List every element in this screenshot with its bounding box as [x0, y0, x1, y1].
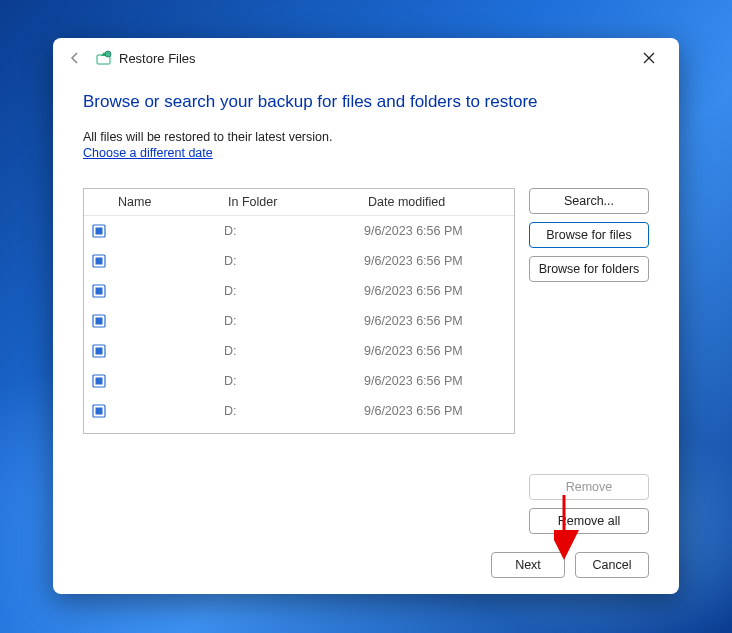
cancel-button[interactable]: Cancel	[575, 552, 649, 578]
footer: Next Cancel	[83, 534, 649, 578]
column-name[interactable]: Name	[114, 195, 228, 209]
side-buttons: Search... Browse for files Browse for fo…	[529, 188, 649, 534]
file-list[interactable]: Name In Folder Date modified D:9/6/2023 …	[83, 188, 515, 434]
table-row[interactable]: D:9/6/2023 6:56 PM	[84, 306, 514, 336]
remove-button: Remove	[529, 474, 649, 500]
titlebar: Restore Files	[53, 38, 679, 78]
row-date: 9/6/2023 6:56 PM	[364, 374, 514, 388]
browse-folders-button[interactable]: Browse for folders	[529, 256, 649, 282]
table-row[interactable]: D:9/6/2023 6:56 PM	[84, 396, 514, 426]
remove-all-button[interactable]: Remove all	[529, 508, 649, 534]
row-date: 9/6/2023 6:56 PM	[364, 314, 514, 328]
content-area: Browse or search your backup for files a…	[53, 78, 679, 594]
table-row[interactable]: D:9/6/2023 6:56 PM	[84, 336, 514, 366]
svg-rect-5	[96, 258, 103, 265]
table-row[interactable]: D:9/6/2023 6:56 PM	[84, 276, 514, 306]
row-folder: D:	[224, 224, 364, 238]
svg-rect-7	[96, 288, 103, 295]
row-date: 9/6/2023 6:56 PM	[364, 254, 514, 268]
list-header: Name In Folder Date modified	[84, 189, 514, 216]
row-folder: D:	[224, 404, 364, 418]
row-folder: D:	[224, 344, 364, 358]
column-folder[interactable]: In Folder	[228, 195, 368, 209]
list-body[interactable]: D:9/6/2023 6:56 PMD:9/6/2023 6:56 PMD:9/…	[84, 216, 514, 432]
row-date: 9/6/2023 6:56 PM	[364, 284, 514, 298]
restore-files-dialog: Restore Files Browse or search your back…	[53, 38, 679, 594]
close-button[interactable]	[627, 43, 671, 73]
row-folder: D:	[224, 284, 364, 298]
choose-date-link[interactable]: Choose a different date	[83, 146, 649, 160]
svg-rect-13	[96, 378, 103, 385]
row-date: 9/6/2023 6:56 PM	[364, 344, 514, 358]
svg-rect-9	[96, 318, 103, 325]
image-file-icon	[84, 374, 114, 388]
column-date[interactable]: Date modified	[368, 195, 514, 209]
svg-rect-3	[96, 228, 103, 235]
page-heading: Browse or search your backup for files a…	[83, 92, 649, 112]
table-row[interactable]: D:9/6/2023 6:56 PM	[84, 216, 514, 246]
browse-files-button[interactable]: Browse for files	[529, 222, 649, 248]
search-button[interactable]: Search...	[529, 188, 649, 214]
row-date: 9/6/2023 6:56 PM	[364, 404, 514, 418]
image-file-icon	[84, 224, 114, 238]
middle-panel: Name In Folder Date modified D:9/6/2023 …	[83, 188, 649, 534]
svg-point-1	[105, 51, 111, 57]
table-row[interactable]: D:9/6/2023 6:56 PM	[84, 366, 514, 396]
image-file-icon	[84, 284, 114, 298]
image-file-icon	[84, 314, 114, 328]
image-file-icon	[84, 254, 114, 268]
image-file-icon	[84, 344, 114, 358]
restore-files-icon	[95, 49, 113, 67]
image-file-icon	[84, 404, 114, 418]
window-title: Restore Files	[119, 51, 196, 66]
row-folder: D:	[224, 374, 364, 388]
row-date: 9/6/2023 6:56 PM	[364, 224, 514, 238]
version-note: All files will be restored to their late…	[83, 130, 649, 144]
svg-rect-15	[96, 408, 103, 415]
row-folder: D:	[224, 314, 364, 328]
table-row[interactable]: D:9/6/2023 6:56 PM	[84, 246, 514, 276]
next-button[interactable]: Next	[491, 552, 565, 578]
row-folder: D:	[224, 254, 364, 268]
back-button[interactable]	[61, 44, 89, 72]
svg-rect-11	[96, 348, 103, 355]
